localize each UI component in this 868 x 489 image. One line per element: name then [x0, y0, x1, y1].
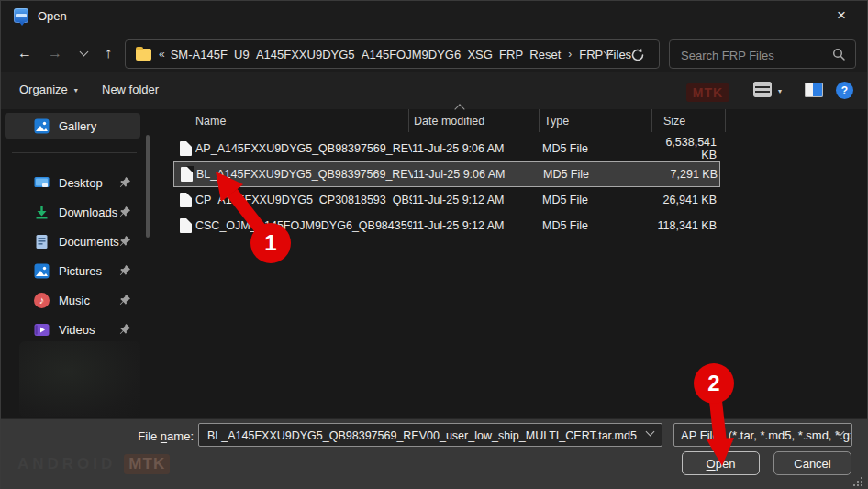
file-name: CSC_OJM_A145FOJM9DYG6_QB98435973... [195, 219, 412, 232]
downloads-icon [34, 205, 50, 220]
pin-icon[interactable] [118, 206, 131, 218]
column-headers: Name Date modified Type Size [171, 109, 726, 132]
refresh-icon [629, 47, 646, 63]
pin-icon[interactable] [118, 264, 131, 277]
file-name-label: File name: [93, 429, 194, 443]
column-header-name[interactable]: Name [171, 109, 409, 132]
file-type: MD5 File [542, 219, 655, 232]
file-name: AP_A145FXXU9DYG5_QB98397569_REV00... [195, 142, 412, 155]
sidebar-item-label: Music [59, 294, 90, 307]
search-icon [832, 48, 846, 64]
window-title: Open [38, 9, 67, 23]
sidebar-item-documents[interactable]: Documents [5, 228, 140, 254]
file-type: MD5 File [543, 168, 656, 181]
file-name: CP_A145FXXU9DYG5_CP30818593_QB983... [195, 194, 412, 206]
file-size: 7,291 KB [656, 168, 721, 181]
breadcrumb-root[interactable]: SM-A145F_U9_A145FXXU9DYG5_A145FOJM9DYG6_… [171, 48, 562, 61]
view-caret-icon[interactable]: ▾ [778, 87, 782, 95]
file-icon [180, 218, 192, 233]
preview-pane-icon[interactable] [805, 83, 823, 97]
dialog-app-icon [14, 8, 28, 23]
file-row-selected[interactable]: BL_A145FXXU9DYG5_QB98397569_REV00... 11-… [173, 161, 720, 187]
file-size: 6,538,541 KB [655, 136, 720, 161]
breadcrumb-separator: › [568, 48, 572, 61]
close-icon: × [837, 6, 846, 25]
open-dialog-window: Open × ← → ↑ « SM-A145F_U9_A145FXXU9DYG5… [0, 0, 868, 489]
details-view-icon[interactable] [753, 82, 772, 97]
folder-icon [136, 49, 151, 61]
file-type-value: AP Files (*.tar, *.md5, *.smd, *.gz [681, 428, 852, 442]
title-bar: Open × [1, 1, 867, 30]
file-name: BL_A145FXXU9DYG5_QB98397569_REV00... [196, 168, 413, 181]
sidebar-item-label: Videos [59, 323, 95, 337]
sidebar-item-gallery[interactable]: Gallery [5, 113, 140, 139]
file-type: MD5 File [542, 142, 655, 155]
videos-icon [34, 322, 50, 338]
pictures-icon [34, 263, 50, 279]
help-button[interactable]: ? [836, 82, 853, 99]
file-row[interactable]: CP_A145FXXU9DYG5_CP30818593_QB983... 11-… [173, 187, 720, 213]
column-header-size[interactable]: Size [652, 109, 726, 132]
column-header-type[interactable]: Type [540, 109, 652, 132]
file-name-combobox [198, 423, 662, 447]
organize-label: Organize [19, 83, 68, 96]
file-date: 11-Jul-25 9:12 AM [412, 219, 542, 232]
organize-caret-icon: ▾ [74, 86, 78, 94]
pin-icon[interactable] [118, 176, 131, 189]
file-name-dropdown-icon[interactable] [646, 428, 655, 437]
file-icon [180, 141, 192, 156]
music-note-glyph: ♪ [39, 295, 45, 306]
open-button[interactable]: Open [682, 451, 760, 475]
file-icon [180, 193, 192, 207]
file-icon [181, 167, 193, 182]
sidebar-item-desktop[interactable]: Desktop [5, 170, 140, 195]
pin-icon[interactable] [118, 323, 131, 336]
pin-icon[interactable] [118, 235, 131, 248]
sidebar-item-music[interactable]: ♪ Music [5, 287, 140, 313]
file-row[interactable]: AP_A145FXXU9DYG5_QB98397569_REV00... 11-… [173, 136, 720, 161]
new-folder-button[interactable]: New folder [102, 83, 159, 96]
sidebar-item-downloads[interactable]: Downloads [5, 199, 140, 225]
organize-button[interactable]: Organize ▾ [19, 83, 78, 96]
close-button[interactable]: × [829, 4, 854, 28]
file-row[interactable]: CSC_OJM_A145FOJM9DYG6_QB98435973... 11-J… [173, 213, 720, 239]
sidebar-residual-watermark [19, 341, 140, 417]
pin-icon[interactable] [118, 294, 131, 306]
sidebar-item-pictures[interactable]: Pictures [5, 258, 140, 283]
mtk-watermark-top: MTK [686, 83, 729, 102]
search-input[interactable] [679, 41, 829, 69]
sidebar-item-label: Downloads [59, 206, 117, 219]
androidmtk-watermark: ANDROID MTK [17, 454, 170, 474]
desktop-icon [34, 175, 50, 191]
documents-icon [34, 234, 50, 250]
footer-bar: File name: AP Files (*.tar, *.md5, *.smd… [1, 418, 867, 489]
file-name-input[interactable] [206, 425, 640, 447]
address-bar[interactable]: « SM-A145F_U9_A145FXXU9DYG5_A145FOJM9DYG… [125, 39, 660, 69]
file-date: 11-Jul-25 9:12 AM [412, 194, 542, 206]
column-header-date[interactable]: Date modified [409, 109, 540, 132]
sidebar-item-label: Documents [59, 235, 119, 249]
main-area: Gallery Desktop Downloads Documents Pict… [1, 109, 867, 418]
new-folder-label: New folder [102, 83, 159, 96]
breadcrumb-overflow-icon[interactable]: « [159, 48, 165, 61]
sidebar-separator [12, 152, 137, 153]
search-box [669, 39, 856, 69]
cancel-label: Cancel [794, 457, 830, 471]
file-date: 11-Jul-25 9:06 AM [412, 142, 542, 155]
sidebar-scrollbar[interactable] [146, 135, 150, 238]
music-icon: ♪ [34, 293, 50, 308]
file-type-select[interactable]: AP Files (*.tar, *.md5, *.smd, *.gz [673, 423, 852, 447]
file-date: 11-Jul-25 9:06 AM [413, 168, 543, 181]
sidebar-item-videos[interactable]: Videos [5, 317, 140, 342]
resize-grip[interactable] [852, 476, 863, 487]
file-size: 26,941 KB [655, 194, 720, 206]
refresh-button[interactable] [629, 47, 646, 63]
nav-row-content: « SM-A145F_U9_A145FXXU9DYG5_A145FOJM9DYG… [1, 30, 867, 72]
file-type: MD5 File [542, 194, 655, 206]
help-icon: ? [841, 84, 848, 97]
gallery-icon [34, 118, 50, 134]
sidebar-item-label: Pictures [59, 264, 102, 278]
sidebar-item-label: Gallery [59, 119, 96, 133]
sidebar-item-label: Desktop [59, 176, 103, 190]
cancel-button[interactable]: Cancel [773, 451, 851, 475]
